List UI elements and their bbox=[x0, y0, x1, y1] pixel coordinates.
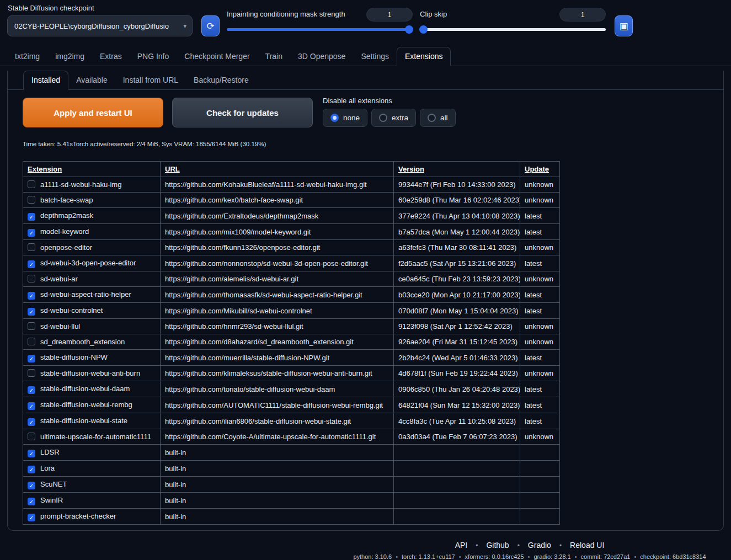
subtab-install-from-url[interactable]: Install from URL bbox=[115, 71, 186, 89]
extension-enabled-checkbox[interactable]: ✓ bbox=[28, 450, 35, 457]
tab-extras[interactable]: Extras bbox=[92, 47, 130, 66]
footer-link-github[interactable]: Github bbox=[486, 541, 509, 550]
extension-name: sd-webui-aspect-ratio-helper bbox=[40, 290, 131, 298]
slider-handle[interactable] bbox=[405, 25, 413, 34]
tab-png-info[interactable]: PNG Info bbox=[130, 47, 177, 66]
table-row: ✓model-keywordhttps://github.com/mix1009… bbox=[23, 224, 560, 240]
extension-update-status: latest bbox=[520, 208, 560, 224]
checkpoint-dropdown[interactable]: 02CYB-PEOPLE\cyborgDiffusion_cyborgDiffu… bbox=[7, 15, 193, 36]
extension-enabled-checkbox[interactable]: ✓ bbox=[28, 260, 35, 268]
extension-update-status bbox=[520, 461, 560, 477]
extension-version bbox=[394, 493, 520, 509]
extension-cell: ✓stable-diffusion-NPW bbox=[23, 350, 161, 366]
tab-settings[interactable]: Settings bbox=[353, 47, 397, 66]
refresh-checkpoint-button[interactable]: ⟳ bbox=[201, 15, 220, 36]
table-row: ✓stable-diffusion-webui-statehttps://git… bbox=[23, 413, 560, 429]
extension-enabled-checkbox[interactable]: ✓ bbox=[28, 229, 35, 237]
disable-all-option-none[interactable]: none bbox=[323, 109, 367, 127]
tab-txt2img[interactable]: txt2img bbox=[7, 47, 47, 66]
extension-enabled-checkbox[interactable] bbox=[28, 338, 35, 345]
extension-enabled-checkbox[interactable]: ✓ bbox=[28, 292, 35, 300]
disable-all-option-all[interactable]: all bbox=[420, 109, 456, 127]
table-header-row: ExtensionURLVersionUpdate bbox=[23, 162, 560, 177]
extension-enabled-checkbox[interactable]: ✓ bbox=[28, 418, 35, 426]
extension-enabled-checkbox[interactable]: ✓ bbox=[28, 466, 35, 473]
extension-name: ultimate-upscale-for-automatic1111 bbox=[40, 433, 151, 441]
extension-url: https://github.com/AUTOMATIC1111/stable-… bbox=[161, 397, 394, 413]
mask-strength-input[interactable] bbox=[366, 8, 413, 22]
extensions-table: ExtensionURLVersionUpdate a1111-sd-webui… bbox=[23, 161, 560, 525]
table-row: sd-webui-arhttps://github.com/alemelis/s… bbox=[23, 271, 560, 287]
extension-enabled-checkbox[interactable]: ✓ bbox=[28, 355, 35, 362]
extension-enabled-checkbox[interactable] bbox=[28, 180, 35, 188]
extension-name: sd-webui-3d-open-pose-editor bbox=[40, 259, 136, 267]
footer-link-gradio[interactable]: Gradio bbox=[528, 541, 551, 550]
extensions-table-head: ExtensionURLVersionUpdate bbox=[23, 162, 560, 177]
table-row: a1111-sd-webui-haku-imghttps://github.co… bbox=[23, 177, 560, 193]
quicksettings-bar: Stable Diffusion checkpoint 02CYB-PEOPLE… bbox=[0, 0, 731, 47]
clip-skip-slider[interactable] bbox=[420, 28, 606, 31]
extension-cell: sd-webui-llul bbox=[23, 319, 161, 334]
extension-enabled-checkbox[interactable] bbox=[28, 369, 35, 377]
column-header-extension: Extension bbox=[23, 162, 161, 177]
extension-cell: ✓SwinIR bbox=[23, 493, 161, 509]
extension-enabled-checkbox[interactable]: ✓ bbox=[28, 213, 35, 221]
extension-version: 64821f04 (Sun Mar 12 15:32:00 2023) bbox=[394, 397, 520, 413]
footer-link-reload-ui[interactable]: Reload UI bbox=[570, 541, 604, 550]
tab-train[interactable]: Train bbox=[258, 47, 290, 66]
controls-row: Apply and restart UI Check for updates D… bbox=[23, 98, 708, 127]
tab-3d-openpose[interactable]: 3D Openpose bbox=[290, 47, 353, 66]
extension-version bbox=[394, 461, 520, 477]
extension-name: stable-diffusion-webui-state bbox=[40, 417, 127, 425]
apply-restart-button[interactable]: Apply and restart UI bbox=[23, 98, 163, 127]
footer-info-item: commit: 72cd27a1 bbox=[581, 553, 631, 560]
tab-extensions[interactable]: Extensions bbox=[397, 47, 451, 66]
extension-enabled-checkbox[interactable]: ✓ bbox=[28, 498, 35, 505]
extension-enabled-checkbox[interactable]: ✓ bbox=[28, 482, 35, 489]
extension-enabled-checkbox[interactable] bbox=[28, 433, 35, 440]
extension-enabled-checkbox[interactable]: ✓ bbox=[28, 386, 35, 394]
extension-name: batch-face-swap bbox=[40, 196, 93, 204]
subtab-backup-restore[interactable]: Backup/Restore bbox=[186, 71, 257, 89]
tab-img2img[interactable]: img2img bbox=[47, 47, 92, 66]
extension-url: built-in bbox=[161, 461, 394, 477]
extension-cell: openpose-editor bbox=[23, 240, 161, 255]
radio-icon bbox=[428, 114, 436, 122]
extension-enabled-checkbox[interactable]: ✓ bbox=[28, 308, 35, 316]
extension-name: LDSR bbox=[40, 448, 60, 456]
extension-update-status: unknown bbox=[520, 319, 560, 334]
separator-dot: • bbox=[559, 542, 562, 550]
slider-handle[interactable] bbox=[419, 25, 428, 34]
table-row: stable-diffusion-webui-anti-burnhttps://… bbox=[23, 366, 560, 381]
column-header-version: Version bbox=[394, 162, 520, 177]
extension-enabled-checkbox[interactable] bbox=[28, 196, 35, 204]
extra-tool-button[interactable]: ▣ bbox=[615, 15, 633, 36]
extension-cell: ✓ScuNET bbox=[23, 477, 161, 493]
extension-cell: ✓stable-diffusion-webui-rembg bbox=[23, 397, 161, 413]
clip-skip-input[interactable] bbox=[559, 8, 606, 22]
extension-name: sd_dreambooth_extension bbox=[40, 338, 125, 346]
extension-enabled-checkbox[interactable]: ✓ bbox=[28, 514, 35, 521]
extension-name: a1111-sd-webui-haku-img bbox=[40, 180, 121, 189]
footer-link-api[interactable]: API bbox=[455, 541, 468, 550]
extension-enabled-checkbox[interactable] bbox=[28, 322, 35, 330]
table-row: ✓stable-diffusion-webui-rembghttps://git… bbox=[23, 397, 560, 413]
disable-all-option-extra[interactable]: extra bbox=[371, 109, 416, 127]
extension-enabled-checkbox[interactable] bbox=[28, 275, 35, 282]
extension-version: 0a3d03a4 (Tue Feb 7 06:07:23 2023) bbox=[394, 429, 520, 445]
extension-enabled-checkbox[interactable] bbox=[28, 243, 35, 251]
tab-checkpoint-merger[interactable]: Checkpoint Merger bbox=[177, 47, 257, 66]
extension-update-status bbox=[520, 445, 560, 461]
extension-enabled-checkbox[interactable]: ✓ bbox=[28, 402, 35, 410]
extension-url: https://github.com/Coyote-A/ultimate-ups… bbox=[161, 429, 394, 445]
subtab-available[interactable]: Available bbox=[68, 71, 115, 89]
subtab-installed[interactable]: Installed bbox=[23, 71, 68, 90]
radio-icon bbox=[330, 114, 339, 122]
extension-update-status bbox=[520, 493, 560, 509]
extension-url: https://github.com/muerrilla/stable-diff… bbox=[161, 350, 394, 366]
checkpoint-label: Stable Diffusion checkpoint bbox=[8, 4, 94, 12]
check-updates-button[interactable]: Check for updates bbox=[172, 98, 313, 127]
mask-strength-slider[interactable] bbox=[227, 28, 413, 31]
extensions-panel: InstalledAvailableInstall from URLBackup… bbox=[7, 71, 724, 531]
extension-url: https://github.com/klimaleksus/stable-di… bbox=[161, 366, 394, 381]
